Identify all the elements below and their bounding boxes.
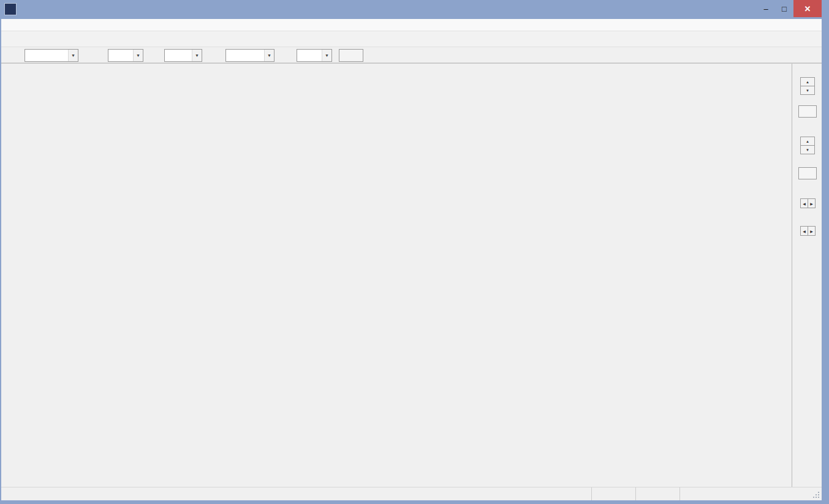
fs-select[interactable]: ▼ <box>108 49 143 62</box>
toolbar <box>0 31 829 47</box>
menu-bar <box>0 19 829 31</box>
arrow-down-icon[interactable]: ▼ <box>800 145 815 154</box>
arta-window: – □ ✕ ▼ ▼ ▼ ▼ ▼ <box>0 0 829 504</box>
client-area: ▲ ▼ ▲ ▼ ◀ ▶ ◀ ▶ <box>1 63 822 487</box>
chevron-down-icon: ▼ <box>68 50 78 61</box>
fft-select[interactable]: ▼ <box>164 49 202 62</box>
status-mode <box>679 487 808 500</box>
plot-control-panel: ▲ ▼ ▲ ▼ ◀ ▶ ◀ ▶ <box>792 64 822 487</box>
top-spinner: ▲ ▼ <box>800 77 815 95</box>
spectrum-plot <box>1 64 792 487</box>
frhigh-spinner: ◀ ▶ <box>800 198 816 208</box>
status-left-level <box>591 487 635 500</box>
gen-select[interactable]: ▼ <box>25 49 78 62</box>
spectrum-canvas[interactable] <box>45 94 755 448</box>
title-bar: – □ ✕ <box>0 0 829 19</box>
wnd-select[interactable]: ▼ <box>225 49 274 62</box>
range-spinner: ▲ ▼ <box>800 137 815 154</box>
fit-button[interactable] <box>798 105 817 118</box>
statusbar-resize-grip[interactable] <box>808 487 822 500</box>
avg-select[interactable]: ▼ <box>297 49 332 62</box>
status-bar <box>1 487 822 500</box>
set-button[interactable] <box>798 167 817 179</box>
window-border <box>0 500 829 504</box>
arrow-up-icon[interactable]: ▲ <box>800 137 815 146</box>
chevron-down-icon: ▼ <box>322 50 331 61</box>
window-border[interactable] <box>822 19 829 504</box>
arrow-up-icon[interactable]: ▲ <box>800 77 815 86</box>
app-logo-icon[interactable] <box>4 3 17 15</box>
reset-button[interactable] <box>339 49 363 62</box>
generator-settings-bar: ▼ ▼ ▼ ▼ ▼ <box>0 47 829 63</box>
chevron-down-icon: ▼ <box>264 50 274 61</box>
chevron-down-icon: ▼ <box>192 50 202 61</box>
cursor-readout <box>46 465 63 475</box>
frlow-spinner: ◀ ▶ <box>800 226 816 236</box>
arrow-right-icon[interactable]: ▶ <box>808 226 816 236</box>
close-button[interactable]: ✕ <box>793 0 822 17</box>
arrow-down-icon[interactable]: ▼ <box>800 86 815 95</box>
arrow-right-icon[interactable]: ▶ <box>808 198 816 208</box>
window-border <box>0 19 1 504</box>
chevron-down-icon: ▼ <box>133 50 143 61</box>
status-right-level <box>635 487 679 500</box>
maximize-button[interactable]: □ <box>775 0 793 17</box>
minimize-button[interactable]: – <box>757 0 775 17</box>
